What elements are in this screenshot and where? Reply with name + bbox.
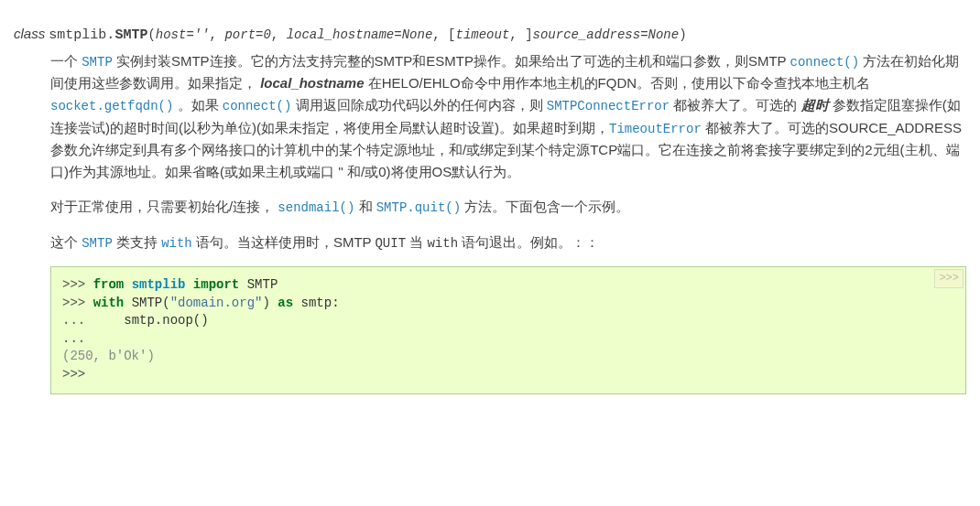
paren-open: ( — [147, 27, 155, 42]
param-port: port=0 — [224, 27, 270, 42]
connect-link[interactable]: connect() — [790, 55, 860, 70]
class-keyword: class — [14, 26, 45, 41]
copy-prompts-button[interactable]: >>> — [934, 269, 964, 288]
quit-code: QUIT — [375, 236, 406, 251]
bracket-open: [ — [448, 27, 455, 42]
sendmail-link[interactable]: sendmail() — [278, 200, 354, 215]
paren-close: ) — [679, 27, 686, 42]
with-link[interactable]: with — [161, 236, 192, 251]
param-timeout: timeout — [456, 27, 510, 42]
local-hostname-em: local_hostname — [260, 75, 364, 91]
timeouterror-link[interactable]: TimeoutError — [609, 122, 702, 136]
class-signature: class smtplib.SMTP(host='', port=0, loca… — [14, 23, 966, 47]
smtp-link-2[interactable]: SMTP — [82, 236, 113, 251]
smtp-link[interactable]: SMTP — [82, 55, 113, 70]
with-code: with — [427, 236, 458, 251]
connect-link-2[interactable]: connect() — [223, 99, 292, 113]
desc-para-3: 这个 SMTP 类支持 with 语句。当这样使用时，SMTP QUIT 当 w… — [50, 231, 966, 253]
module-name: smtplib. — [49, 27, 114, 43]
desc-para-2: 对于正常使用，只需要初始化/连接， sendmail() 和 SMTP.quit… — [50, 196, 966, 218]
desc-para-1: 一个 SMTP 实例封装SMTP连接。它的方法支持完整的SMTP和ESMTP操作… — [50, 50, 966, 183]
code-pre: >>> from smtplib import SMTP >>> with SM… — [62, 276, 954, 384]
param-local-hostname: local_hostname=None — [287, 27, 433, 42]
param-host: host='' — [156, 27, 210, 42]
bracket-close: ] — [525, 27, 532, 42]
code-block: >>> >>> from smtplib import SMTP >>> wit… — [50, 266, 966, 394]
class-name: SMTP — [114, 27, 147, 43]
getfqdn-link[interactable]: socket.getfqdn() — [50, 99, 173, 113]
class-description: 一个 SMTP 实例封装SMTP连接。它的方法支持完整的SMTP和ESMTP操作… — [50, 50, 966, 394]
quit-link[interactable]: SMTP.quit() — [376, 200, 461, 215]
smtpconnecterror-link[interactable]: SMTPConnectError — [547, 99, 670, 113]
param-source-address: source_address=None — [533, 27, 680, 42]
timeout-em: 超时 — [801, 97, 829, 113]
